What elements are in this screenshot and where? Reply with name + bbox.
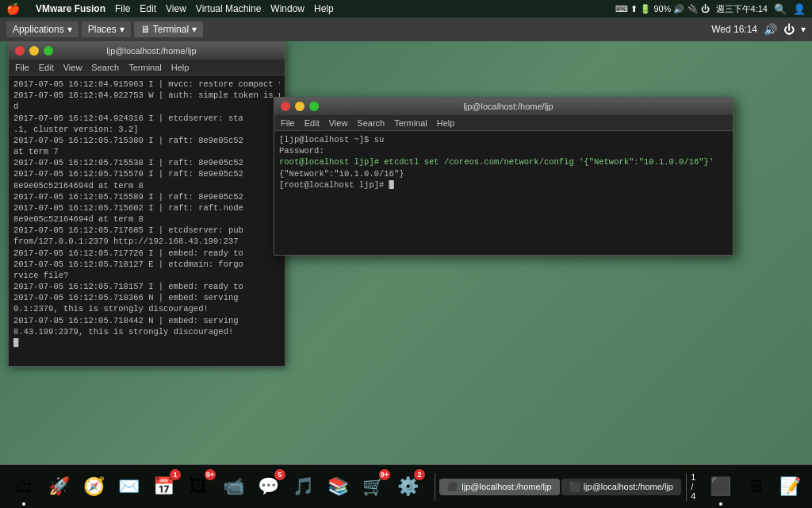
log-line: rvice file? xyxy=(13,270,280,281)
terminal-1-menubar: File Edit View Search Terminal Help xyxy=(9,60,285,75)
desktop: ljp@localhost:/home/ljp File Edit View S… xyxy=(0,41,812,464)
terminal-2-maximize[interactable] xyxy=(309,102,319,111)
log-line: 8e9e05c52164694d at term 8 xyxy=(13,214,280,225)
dock-finder[interactable]: 🗂 xyxy=(8,471,40,502)
taskbar-tab-2-label: ljp@localhost:/home/ljp xyxy=(584,482,673,491)
t2-menu-edit[interactable]: Edit xyxy=(304,118,320,128)
dock-messages[interactable]: 💬5 xyxy=(252,471,284,502)
log-line: at term 7 xyxy=(13,146,280,157)
dock-appstore[interactable]: 🛒9+ xyxy=(357,471,389,502)
apple-logo-icon[interactable]: 🍎 xyxy=(6,2,20,15)
t1-menu-search[interactable]: Search xyxy=(91,63,119,72)
t1-menu-edit[interactable]: Edit xyxy=(39,63,54,72)
t1-menu-view[interactable]: View xyxy=(63,63,82,72)
t2-menu-file[interactable]: File xyxy=(281,118,295,128)
dock-facetime[interactable]: 📹 xyxy=(217,471,249,502)
log-line: 8.43.199:2379, this is strongly discoura… xyxy=(13,326,280,337)
panel-arrow-icon: ▾ xyxy=(801,24,806,35)
terminal-1-minimize[interactable] xyxy=(29,46,39,56)
log-line: 2017-07-05 16:12:04.922753 W | auth: sim… xyxy=(13,90,280,101)
t2-menu-search[interactable]: Search xyxy=(357,118,385,128)
log-line: 8e9e05c52164694d at term 8 xyxy=(13,180,280,191)
applications-label: Applications xyxy=(13,24,64,35)
t1-menu-terminal[interactable]: Terminal xyxy=(128,63,162,72)
t1-menu-help[interactable]: Help xyxy=(171,63,190,72)
applications-menu[interactable]: Applications ▾ xyxy=(6,21,79,37)
taskbar-tab-1[interactable]: ⬛ ljp@localhost:/home/ljp xyxy=(439,479,559,495)
menubar-view[interactable]: View xyxy=(166,3,186,14)
terminal-1-maximize[interactable] xyxy=(44,46,53,56)
menubar-user-icon[interactable]: 👤 xyxy=(793,3,806,15)
places-menu[interactable]: Places ▾ xyxy=(82,21,131,37)
panel-volume-icon[interactable]: 🔊 xyxy=(764,23,777,36)
dock-terminal[interactable]: ⬛ xyxy=(705,471,737,502)
log-line: 2017-07-05 16:12:05.717726 I | embed: re… xyxy=(13,248,280,259)
terminal-tab-icon: ⬛ xyxy=(447,482,458,492)
menubar-help[interactable]: Help xyxy=(314,3,334,14)
log-line: 2017-07-05 16:12:05.715570 I | raft: 8e9… xyxy=(13,168,280,179)
terminal-2-titlebar: ljp@localhost:/home/ljp xyxy=(274,98,733,115)
terminal-2-controls xyxy=(281,102,319,111)
dock-notes[interactable]: 📝 xyxy=(775,471,806,502)
dock-safari[interactable]: 🧭 xyxy=(78,471,109,502)
log-line: 2017-07-05 16:12:05.718127 E | etcdmain:… xyxy=(13,259,280,270)
log-line: .1, cluster version: 3.2] xyxy=(13,124,280,135)
menubar-window[interactable]: Window xyxy=(270,3,304,14)
dock-itunes[interactable]: 🎵 xyxy=(287,471,319,502)
log-line: 0.1:2379, this is strongly discouraged! xyxy=(13,303,280,314)
log-line: 2017-07-05 16:12:05.717685 I | etcdserve… xyxy=(13,225,280,236)
log-line: 2017-07-05 16:12:05.718442 N | embed: se… xyxy=(13,315,280,326)
dock: 🗂 🚀 🧭 ✉️ 📅1 🖼9+ 📹 💬5 🎵 📚 🛒9+ ⚙️2 ⬛ ljp@l… xyxy=(0,464,812,508)
dock-photos[interactable]: 🖼9+ xyxy=(182,471,214,502)
menubar-icons: ⌨ ⬆ 🔋 90% 🔊 🔌 ⏻ xyxy=(615,4,709,14)
dock-mail[interactable]: ✉️ xyxy=(113,471,144,502)
terminal-1-close[interactable] xyxy=(15,46,25,56)
systemprefs-badge: 2 xyxy=(414,469,425,480)
panel-power-icon[interactable]: ⏻ xyxy=(783,23,795,36)
places-label: Places xyxy=(88,24,117,35)
t2-menu-view[interactable]: View xyxy=(329,118,348,128)
menubar-edit[interactable]: Edit xyxy=(140,3,156,14)
terminal-arrow-icon: ▾ xyxy=(192,24,197,35)
cmd-line: [ljp@localhost ~]$ su xyxy=(279,134,728,145)
dock-books[interactable]: 📚 xyxy=(322,471,354,502)
menubar-time: 週三下午4:14 xyxy=(716,3,768,15)
dock-launchpad[interactable]: 🚀 xyxy=(43,471,75,502)
taskbar-page: 1 / 4 xyxy=(691,472,696,501)
photos-badge: 9+ xyxy=(205,469,216,480)
log-line: d xyxy=(13,101,280,112)
terminal-window-2: ljp@localhost:/home/ljp File Edit View S… xyxy=(274,97,733,256)
messages-badge: 5 xyxy=(274,469,285,480)
taskbar-tab-2[interactable]: ⬛ ljp@localhost:/home/ljp xyxy=(561,479,681,495)
applications-arrow-icon: ▾ xyxy=(67,24,72,35)
log-line: from/127.0.0.1:2379 http://192.168.43.19… xyxy=(13,236,280,247)
terminal-label: Terminal xyxy=(153,24,189,35)
cmd-line: Password: xyxy=(279,145,728,156)
dock-right: ⬛ 🖥 📝 🗑 xyxy=(705,471,812,502)
terminal-2-minimize[interactable] xyxy=(295,102,304,111)
terminal-1-content[interactable]: 2017-07-05 16:12:04.915963 I | mvcc: res… xyxy=(9,75,285,366)
terminal-tab-icon-2: ⬛ xyxy=(569,482,580,492)
t2-menu-help[interactable]: Help xyxy=(437,118,455,128)
menubar-virtualmachine[interactable]: Virtual Machine xyxy=(196,3,262,14)
terminal-1-title: ljp@localhost:/home/ljp xyxy=(53,46,250,56)
log-line: 2017-07-05 16:12:05.715589 I | raft: 8e9… xyxy=(13,191,280,202)
terminal-menu[interactable]: 🖥 Terminal ▾ xyxy=(134,21,203,37)
log-line: █ xyxy=(13,337,280,348)
t1-menu-file[interactable]: File xyxy=(15,63,29,72)
terminal-1-titlebar: ljp@localhost:/home/ljp xyxy=(9,42,285,60)
menubar-vmware[interactable]: VMware Fusion xyxy=(36,3,105,14)
dock-calendar[interactable]: 📅1 xyxy=(147,471,179,502)
menubar-left: 🍎 VMware Fusion File Edit View Virtual M… xyxy=(6,2,334,15)
dock-left: 🗂 🚀 🧭 ✉️ 📅1 🖼9+ 📹 💬5 🎵 📚 🛒9+ ⚙️2 xyxy=(8,471,423,502)
log-line: 2017-07-05 16:12:05.715380 I | raft: 8e9… xyxy=(13,135,280,146)
menubar-file[interactable]: File xyxy=(115,3,130,14)
terminal-2-content[interactable]: [ljp@localhost ~]$ su Password: root@loc… xyxy=(274,131,733,255)
terminal-2-close[interactable] xyxy=(281,102,290,111)
dock-vmware[interactable]: 🖥 xyxy=(740,471,772,502)
t2-menu-terminal[interactable]: Terminal xyxy=(394,118,427,128)
menubar-right: ⌨ ⬆ 🔋 90% 🔊 🔌 ⏻ 週三下午4:14 🔍 👤 xyxy=(615,3,806,15)
log-line: 2017-07-05 16:12:05.715538 I | raft: 8e9… xyxy=(13,157,280,168)
dock-systemprefs[interactable]: ⚙️2 xyxy=(392,471,423,502)
menubar-search-icon[interactable]: 🔍 xyxy=(774,3,787,15)
